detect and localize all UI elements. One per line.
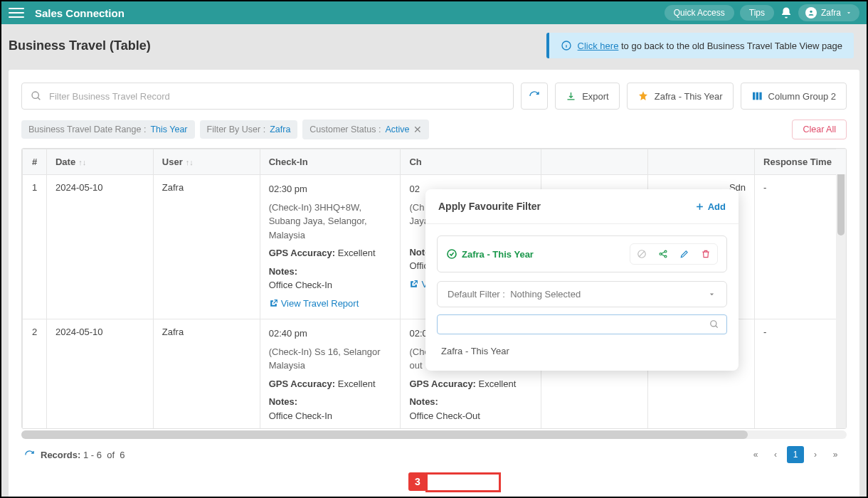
chevron-down-icon xyxy=(707,290,716,299)
chip-value: Active xyxy=(385,124,409,134)
banner-link[interactable]: Click here xyxy=(578,41,619,51)
popup-search-input[interactable] xyxy=(445,319,709,329)
th-distance[interactable] xyxy=(541,149,648,175)
svg-rect-8 xyxy=(759,92,761,100)
svg-point-4 xyxy=(32,92,38,98)
chip-label: Business Travel Date Range : xyxy=(28,124,146,134)
th-user[interactable]: User↑↓ xyxy=(153,149,260,175)
hamburger-menu-icon[interactable] xyxy=(9,5,24,21)
info-banner: Click here to go back to the old Busines… xyxy=(546,33,854,58)
refresh-icon xyxy=(529,90,540,102)
refresh-button[interactable] xyxy=(521,83,548,110)
default-label: Default Filter : xyxy=(448,289,505,300)
favourite-item[interactable]: Zafra - This Year xyxy=(437,235,727,272)
filter-chip-user[interactable]: Filter By User : Zafra xyxy=(200,120,298,139)
th-response[interactable]: Response Time xyxy=(755,149,846,175)
favourite-name: Zafra - This Year xyxy=(462,249,534,260)
records-label: Records: xyxy=(41,450,80,460)
chip-value: Zafra xyxy=(270,124,290,134)
edit-icon[interactable] xyxy=(674,245,694,263)
svg-point-19 xyxy=(711,321,716,327)
view-report-link[interactable]: View Travel Report xyxy=(409,427,499,428)
filter-option[interactable]: Zafra - This Year xyxy=(434,340,730,362)
svg-line-20 xyxy=(716,326,718,328)
option-highlight xyxy=(425,472,501,492)
topbar: Sales Connection Quick Access Tips Zafra xyxy=(1,1,867,24)
th-checkin[interactable]: Check-In xyxy=(260,149,401,175)
default-value: Nothing Selected xyxy=(510,289,581,300)
column-group-button[interactable]: Column Group 2 xyxy=(741,83,847,110)
svg-rect-7 xyxy=(756,92,758,100)
popup-search[interactable] xyxy=(437,314,727,334)
vertical-scrollbar[interactable] xyxy=(836,149,846,428)
export-label: Export xyxy=(582,91,609,102)
external-link-icon xyxy=(409,280,418,289)
banner-text: to go back to the old Business Travel Ta… xyxy=(618,41,842,51)
view-report-link[interactable]: View Travel Report xyxy=(269,297,359,311)
th-checkout[interactable]: Ch xyxy=(401,149,541,175)
th-date[interactable]: Date↑↓ xyxy=(46,149,153,175)
toolbar: Export Zafra - This Year Column Group 2 xyxy=(21,83,847,110)
content-card: Export Zafra - This Year Column Group 2 … xyxy=(9,70,859,498)
chip-value: This Year xyxy=(150,124,187,134)
columns-icon xyxy=(751,90,763,102)
search-box[interactable] xyxy=(21,83,514,110)
svg-line-18 xyxy=(662,255,665,256)
popup-title: Apply Favourite Filter xyxy=(438,201,541,212)
page-header: Business Travel (Table) Click here to go… xyxy=(1,24,867,70)
add-filter-button[interactable]: Add xyxy=(694,201,726,212)
default-filter-select[interactable]: Default Filter : Nothing Selected xyxy=(437,281,727,307)
clear-all-button[interactable]: Clear All xyxy=(792,120,847,139)
delete-icon[interactable] xyxy=(696,245,716,263)
svg-rect-6 xyxy=(753,92,755,100)
th-num[interactable]: # xyxy=(23,149,47,175)
user-menu[interactable]: Zafra xyxy=(798,4,859,21)
page-title: Business Travel (Table) xyxy=(9,38,151,53)
page-first[interactable]: « xyxy=(747,446,764,463)
share-icon[interactable] xyxy=(653,245,673,263)
page-last[interactable]: » xyxy=(827,446,844,463)
table-footer: Records: 1 - 6 of 6 « ‹ 1 › » xyxy=(21,439,847,463)
plus-icon xyxy=(694,201,705,212)
refresh-icon[interactable] xyxy=(24,450,35,460)
search-input[interactable] xyxy=(49,91,504,102)
th-customer[interactable] xyxy=(648,149,755,175)
page-number[interactable]: 1 xyxy=(787,446,804,463)
horizontal-scrollbar[interactable] xyxy=(21,430,847,439)
filter-chip-date-range[interactable]: Business Travel Date Range : This Year xyxy=(21,120,195,139)
brand-title: Sales Connection xyxy=(35,7,125,19)
view-report-link[interactable]: View Travel Report xyxy=(269,427,359,428)
export-button[interactable]: Export xyxy=(555,83,620,110)
star-icon xyxy=(637,90,649,102)
svg-line-5 xyxy=(38,97,40,100)
search-icon xyxy=(709,319,719,329)
svg-line-17 xyxy=(662,252,665,253)
page-prev[interactable]: ‹ xyxy=(767,446,784,463)
page-next[interactable]: › xyxy=(807,446,824,463)
svg-line-13 xyxy=(639,251,645,257)
filters-row: Business Travel Date Range : This Year F… xyxy=(21,120,847,139)
favourite-filter-popup: Apply Favourite Filter Add Zafra - This … xyxy=(425,189,739,371)
chip-label: Filter By User : xyxy=(207,124,266,134)
favorite-label: Zafra - This Year xyxy=(655,91,723,102)
check-circle-icon xyxy=(446,248,457,260)
chip-label: Customer Status : xyxy=(309,124,381,134)
tips-button[interactable]: Tips xyxy=(740,5,774,21)
avatar-icon xyxy=(805,7,817,18)
chevron-down-icon xyxy=(845,9,852,16)
svg-point-0 xyxy=(810,11,812,13)
column-group-label: Column Group 2 xyxy=(768,91,836,102)
filter-chip-customer-status[interactable]: Customer Status : Active ✕ xyxy=(302,120,429,139)
download-icon xyxy=(566,91,576,102)
quick-access-button[interactable]: Quick Access xyxy=(665,5,734,21)
user-name: Zafra xyxy=(821,8,841,18)
bell-icon[interactable] xyxy=(780,6,793,19)
search-icon xyxy=(31,90,42,102)
sort-icon: ↑↓ xyxy=(186,158,194,166)
external-link-icon xyxy=(269,299,278,308)
close-icon[interactable]: ✕ xyxy=(413,124,422,135)
favorite-filter-button[interactable]: Zafra - This Year xyxy=(627,83,734,110)
disable-icon[interactable] xyxy=(632,245,652,263)
step-badge: 3 xyxy=(408,472,427,491)
sort-icon: ↑↓ xyxy=(78,158,86,166)
